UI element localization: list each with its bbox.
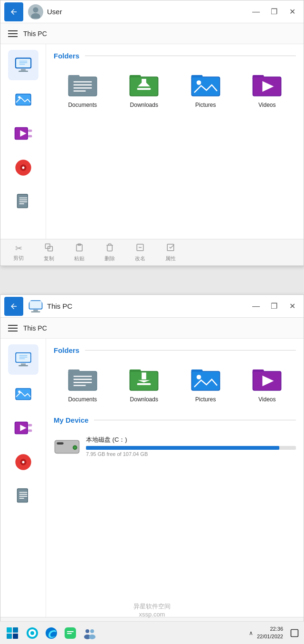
svg-rect-132 — [291, 629, 298, 636]
clock-date: 22/01/2022 — [257, 633, 283, 640]
svg-rect-117 — [7, 627, 12, 633]
cut-icon-1: ✂ — [15, 243, 22, 254]
taskbar-app-edge[interactable] — [43, 625, 60, 642]
svg-rect-127 — [67, 633, 72, 634]
folder-videos-1[interactable]: Videos — [238, 67, 296, 112]
svg-rect-23 — [18, 195, 27, 208]
svg-rect-94 — [142, 372, 146, 379]
svg-rect-17 — [28, 135, 32, 137]
folder-grid-1: Documents Downloads — [54, 67, 296, 112]
folder-pictures-1[interactable]: Pictures — [177, 67, 235, 112]
copy-label-1: 复制 — [44, 255, 54, 262]
folder-pictures-label-2: Pictures — [195, 396, 216, 403]
svg-point-69 — [18, 390, 20, 393]
sidebar-item-videos-1[interactable] — [8, 118, 38, 149]
toolbar-copy-1[interactable]: 复制 — [35, 241, 63, 264]
rename-icon-1 — [136, 243, 144, 254]
svg-rect-99 — [192, 372, 219, 390]
svg-point-130 — [90, 629, 94, 633]
svg-point-12 — [18, 96, 20, 98]
svg-point-123 — [30, 631, 34, 635]
svg-rect-126 — [67, 631, 74, 632]
toolbar-paste-1[interactable]: 粘贴 — [65, 241, 94, 264]
svg-rect-39 — [142, 79, 146, 85]
notification-button[interactable] — [289, 627, 300, 639]
sidebar-item-this-pc-1[interactable] — [8, 50, 38, 80]
close-btn-1[interactable]: ✕ — [285, 4, 300, 19]
sidebar-item-documents-1[interactable] — [8, 187, 38, 217]
folder-videos-2[interactable]: Videos — [238, 362, 296, 407]
drive-item-c[interactable]: 本地磁盘 (C：) 7.95 GB free of 107.04 GB — [54, 432, 296, 461]
clock-time: 22:36 — [257, 625, 283, 633]
content-area-2: Folders Documents — [0, 339, 304, 617]
sidebar-item-pictures-2[interactable] — [8, 379, 38, 409]
paste-label-1: 粘贴 — [74, 255, 85, 262]
avatar-1 — [28, 4, 43, 19]
taskbar-app-search[interactable] — [24, 625, 41, 642]
sidebar-item-videos-2[interactable] — [8, 413, 38, 443]
close-btn-2[interactable]: ✕ — [285, 299, 300, 314]
svg-rect-58 — [33, 310, 38, 311]
sidebar-item-this-pc-2[interactable] — [8, 344, 38, 375]
titlebar-1: User — ❐ ✕ — [0, 0, 304, 23]
sidebar-item-music-1[interactable]: ♪ — [8, 152, 38, 183]
sidebar-item-documents-2[interactable] — [8, 481, 38, 511]
cut-label-1: 剪切 — [13, 255, 24, 262]
minimize-btn-2[interactable]: — — [248, 299, 264, 314]
svg-rect-86 — [69, 372, 96, 390]
titlebar-2: This PC — ❐ ✕ — [0, 295, 304, 318]
back-button-1[interactable] — [4, 2, 23, 21]
folder-downloads-label-2: Downloads — [130, 396, 158, 403]
drive-info-c: 本地磁盘 (C：) 7.95 GB free of 107.04 GB — [86, 436, 296, 457]
hamburger-menu-1[interactable] — [8, 30, 18, 37]
toolbar-1: ✂ 剪切 复制 粘贴 删除 改名 — [0, 239, 304, 265]
restore-btn-1[interactable]: ❐ — [266, 4, 282, 19]
folder-downloads-1[interactable]: Downloads — [115, 67, 173, 112]
toolbar-rename-1[interactable]: 改名 — [126, 241, 154, 264]
drive-bar-bg-c — [86, 446, 296, 450]
sidebar-item-music-2[interactable] — [8, 447, 38, 477]
title-text-1: User — [47, 8, 248, 16]
locationbar-1: This PC — [0, 23, 304, 44]
svg-rect-96 — [137, 383, 151, 385]
systray-chevron[interactable]: ∧ — [247, 630, 255, 636]
svg-rect-43 — [192, 77, 219, 95]
taskbar: ∧ 22:36 22/01/2022 — [0, 621, 304, 644]
restore-btn-2[interactable]: ❐ — [266, 299, 282, 314]
folder-documents-1[interactable]: Documents — [54, 67, 112, 112]
sidebar-1: ♪ — [0, 44, 46, 239]
back-button-2[interactable] — [4, 297, 23, 316]
toolbar-properties-1[interactable]: 属性 — [156, 241, 185, 264]
sidebar-item-pictures-1[interactable] — [8, 84, 38, 114]
toolbar-delete-1[interactable]: 删除 — [95, 241, 124, 264]
start-button[interactable] — [4, 625, 21, 642]
svg-text:♪: ♪ — [22, 165, 24, 170]
mydevice-section-header: My Device — [54, 416, 296, 424]
svg-rect-74 — [28, 429, 32, 432]
toolbar-cut-1[interactable]: ✂ 剪切 — [4, 241, 33, 264]
svg-point-109 — [74, 446, 76, 449]
window-controls-2: — ❐ ✕ — [248, 299, 300, 314]
taskbar-app-people[interactable] — [81, 625, 98, 642]
folder-pictures-2[interactable]: Pictures — [177, 362, 235, 407]
folder-downloads-2[interactable]: Downloads — [115, 362, 173, 407]
window-1: User — ❐ ✕ This PC — [0, 0, 304, 266]
main-content-2: Folders Documents — [46, 339, 304, 617]
folders-divider-2 — [85, 350, 296, 350]
folder-documents-label-1: Documents — [68, 102, 97, 108]
folder-videos-label-1: Videos — [258, 102, 276, 108]
window-controls-1: — ❐ ✕ — [248, 4, 300, 19]
svg-rect-61 — [16, 353, 30, 362]
hamburger-menu-2[interactable] — [8, 325, 18, 331]
svg-point-1 — [31, 13, 40, 18]
folder-documents-2[interactable]: Documents — [54, 362, 112, 407]
mydevice-divider — [94, 420, 296, 420]
folder-grid-2: Documents Downloads — [54, 362, 296, 407]
minimize-btn-1[interactable]: — — [248, 4, 264, 19]
taskbar-app-chat[interactable] — [62, 625, 79, 642]
rename-label-1: 改名 — [135, 255, 145, 262]
folders-divider-1 — [85, 56, 296, 56]
main-content-1: Folders Documents — [46, 44, 304, 239]
svg-point-100 — [197, 375, 201, 379]
svg-rect-119 — [7, 634, 12, 639]
